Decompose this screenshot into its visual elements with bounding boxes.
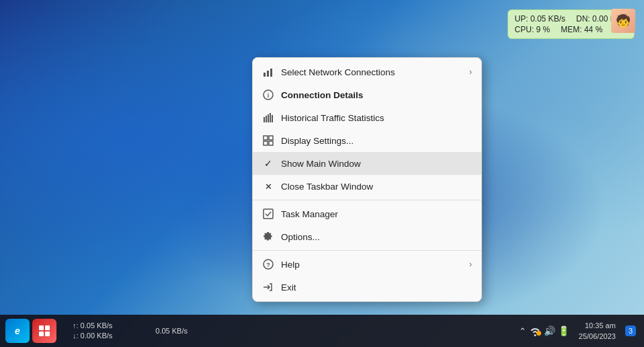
show-main-window-label: Show Main Window xyxy=(281,159,472,169)
display-settings-label: Display Settings... xyxy=(281,136,472,146)
svg-rect-18 xyxy=(45,325,50,330)
menu-item-help[interactable]: ? Help › xyxy=(253,253,481,276)
taskbar-clock[interactable]: 10:35 am 25/06/2023 xyxy=(573,320,621,342)
network-notification-dot xyxy=(536,331,541,336)
taskbar-traffic-down: ↓: 0.00 KB/s xyxy=(73,331,112,341)
menu-item-display-settings[interactable]: Display Settings... xyxy=(253,129,481,152)
check-icon: ✓ xyxy=(262,157,274,169)
mem-label: MEM: 44 % xyxy=(561,25,602,34)
svg-rect-6 xyxy=(266,116,267,122)
close-taskbar-label: Close Taskbar Window xyxy=(281,182,472,192)
connection-details-label: Connection Details xyxy=(281,90,472,100)
task-manager-label: Task Manager xyxy=(281,209,472,219)
svg-rect-5 xyxy=(264,117,265,122)
menu-item-task-manager[interactable]: Task Manager xyxy=(253,202,481,225)
info-icon: i xyxy=(262,89,274,101)
taskbar-icon-edge[interactable]: e xyxy=(5,319,30,343)
gear-icon xyxy=(262,231,274,243)
menu-item-exit[interactable]: Exit xyxy=(253,276,481,299)
battery-icon[interactable]: 🔋 xyxy=(558,325,569,336)
menu-item-show-main-window[interactable]: ✓ Show Main Window xyxy=(253,152,481,175)
svg-rect-17 xyxy=(39,325,44,330)
status-row-1: UP: 0.05 KB/s DN: 0.00 KB/s xyxy=(515,14,627,24)
svg-rect-20 xyxy=(45,332,50,336)
taskbar-right: ⌃ 🔊 🔋 10:35 am 25/06/202 xyxy=(519,320,644,342)
exit-icon xyxy=(262,281,274,293)
help-arrow: › xyxy=(469,260,472,269)
clock-date: 25/06/2023 xyxy=(579,331,616,342)
svg-rect-0 xyxy=(264,73,266,77)
historical-traffic-label: Historical Traffic Statistics xyxy=(281,113,472,123)
taskbar: e ↑: 0.05 KB/s ↓: 0.00 KB/s 0.05 KB/s xyxy=(0,315,644,347)
task-icon xyxy=(262,208,274,220)
svg-rect-19 xyxy=(39,332,44,336)
desktop: UP: 0.05 KB/s DN: 0.00 KB/s CPU: 9 % MEM… xyxy=(0,0,644,347)
status-row-2: CPU: 9 % MEM: 44 % xyxy=(515,25,627,34)
svg-rect-8 xyxy=(270,113,271,122)
menu-item-options[interactable]: Options... xyxy=(253,225,481,248)
tray-network-wrapper xyxy=(529,325,541,337)
select-network-label: Select Network Connections xyxy=(281,67,462,77)
up-label: UP: 0.05 KB/s xyxy=(515,14,565,24)
options-label: Options... xyxy=(281,232,472,242)
svg-text:?: ? xyxy=(266,262,270,268)
menu-divider-2 xyxy=(253,250,481,251)
svg-rect-9 xyxy=(272,115,273,122)
context-menu: Select Network Connections › i Connectio… xyxy=(252,57,482,302)
svg-text:i: i xyxy=(268,92,270,99)
select-network-arrow: › xyxy=(469,67,472,77)
tray-icons: ⌃ 🔊 🔋 xyxy=(519,325,569,337)
taskbar-icon-app[interactable] xyxy=(32,319,56,343)
svg-rect-10 xyxy=(264,136,268,140)
avatar: 🧒 xyxy=(611,9,635,33)
svg-rect-11 xyxy=(269,136,273,140)
taskbar-speed-center: 0.05 KB/s xyxy=(142,327,201,335)
svg-rect-12 xyxy=(264,141,268,145)
exit-label: Exit xyxy=(281,282,472,293)
menu-item-select-network[interactable]: Select Network Connections › xyxy=(253,61,481,83)
taskbar-traffic-info: ↑: 0.05 KB/s ↓: 0.00 KB/s xyxy=(65,321,112,342)
taskbar-left: e ↑: 0.05 KB/s ↓: 0.00 KB/s 0.05 KB/s xyxy=(0,319,519,343)
taskbar-traffic-up: ↑: 0.05 KB/s xyxy=(73,321,112,331)
help-icon: ? xyxy=(262,258,274,270)
menu-item-connection-details[interactable]: i Connection Details xyxy=(253,83,481,106)
notification-badge[interactable]: 3 xyxy=(625,325,636,336)
cpu-label: CPU: 9 % xyxy=(515,25,551,34)
svg-rect-2 xyxy=(270,69,272,77)
bar-chart-icon xyxy=(262,66,274,78)
svg-rect-7 xyxy=(268,114,269,122)
svg-rect-14 xyxy=(264,209,273,219)
status-widget[interactable]: UP: 0.05 KB/s DN: 0.00 KB/s CPU: 9 % MEM… xyxy=(508,9,635,39)
grid-icon xyxy=(262,134,274,147)
clock-time: 10:35 am xyxy=(579,320,616,332)
menu-divider-1 xyxy=(253,200,481,200)
x-icon: ✕ xyxy=(262,180,274,192)
menu-item-historical-traffic[interactable]: Historical Traffic Statistics xyxy=(253,106,481,129)
chart-icon xyxy=(262,112,274,124)
volume-icon[interactable]: 🔊 xyxy=(544,325,555,336)
tray-expand-icon[interactable]: ⌃ xyxy=(519,326,526,336)
help-label: Help xyxy=(281,260,462,270)
svg-rect-1 xyxy=(267,71,269,77)
menu-item-close-taskbar[interactable]: ✕ Close Taskbar Window xyxy=(253,175,481,198)
svg-rect-13 xyxy=(269,141,273,145)
